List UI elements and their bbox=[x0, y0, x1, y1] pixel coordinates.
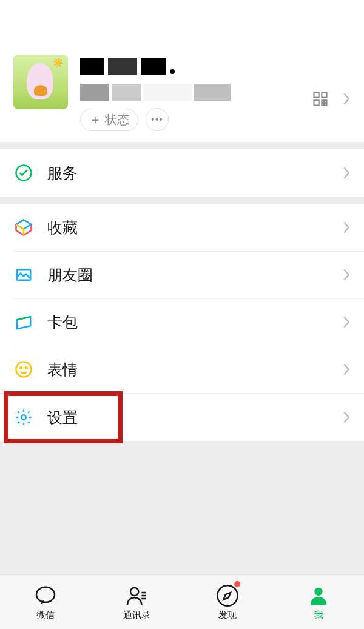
menu-item-favorites[interactable]: 收藏 bbox=[0, 204, 364, 251]
svg-point-13 bbox=[36, 587, 55, 602]
qrcode-icon[interactable] bbox=[312, 90, 329, 107]
svg-point-10 bbox=[20, 367, 22, 369]
menu-item-settings[interactable]: 设置 bbox=[0, 394, 364, 441]
svg-rect-5 bbox=[322, 103, 324, 106]
contacts-icon bbox=[124, 584, 149, 608]
svg-point-16 bbox=[314, 587, 322, 595]
menu-label: 表情 bbox=[47, 360, 342, 380]
chevron-right-icon bbox=[342, 221, 351, 234]
svg-point-15 bbox=[217, 585, 237, 605]
menu-item-services[interactable]: 服务 bbox=[0, 149, 364, 197]
menu-label: 朋友圈 bbox=[47, 265, 342, 285]
tab-chats[interactable]: 微信 bbox=[0, 575, 91, 629]
chevron-right-icon bbox=[342, 166, 351, 180]
settings-icon bbox=[13, 407, 34, 428]
favorites-icon bbox=[13, 217, 34, 238]
chevron-right-icon bbox=[342, 363, 351, 376]
plus-icon: ＋ bbox=[89, 112, 101, 128]
stickers-icon bbox=[13, 359, 34, 380]
svg-rect-0 bbox=[314, 93, 319, 98]
menu-label: 设置 bbox=[47, 408, 342, 428]
menu-label: 卡包 bbox=[47, 312, 342, 332]
chevron-right-icon bbox=[342, 315, 351, 329]
tab-label: 发现 bbox=[218, 610, 237, 621]
tab-bar: 微信 通讯录 发现 我 bbox=[0, 574, 364, 629]
tab-label: 我 bbox=[314, 610, 323, 621]
profile-name-redacted bbox=[80, 58, 306, 75]
svg-point-11 bbox=[25, 367, 27, 369]
menu-item-moments[interactable]: 朋友圈 bbox=[0, 251, 364, 298]
svg-rect-3 bbox=[322, 100, 324, 103]
cards-icon bbox=[13, 312, 34, 332]
moments-icon bbox=[13, 264, 34, 285]
svg-rect-4 bbox=[325, 103, 327, 106]
more-status-button[interactable]: ••• bbox=[146, 108, 169, 131]
menu-label: 收藏 bbox=[47, 218, 342, 238]
menu-item-stickers[interactable]: 表情 bbox=[0, 346, 364, 393]
svg-rect-6 bbox=[325, 100, 327, 103]
dots-icon: ••• bbox=[151, 114, 163, 125]
menu-label: 服务 bbox=[47, 163, 342, 183]
profile-header[interactable]: ☀️ ＋ 状态 ••• bbox=[0, 0, 364, 142]
status-button[interactable]: ＋ 状态 bbox=[80, 109, 138, 131]
profile-id-redacted bbox=[80, 84, 306, 101]
chevron-right-icon bbox=[342, 411, 351, 424]
svg-point-12 bbox=[21, 415, 26, 420]
svg-rect-2 bbox=[314, 100, 319, 105]
tab-contacts[interactable]: 通讯录 bbox=[91, 575, 182, 629]
chevron-right-icon bbox=[342, 92, 351, 106]
chevron-right-icon bbox=[342, 268, 351, 281]
notification-badge bbox=[233, 580, 241, 588]
chat-icon bbox=[33, 584, 58, 608]
svg-point-14 bbox=[130, 587, 138, 595]
tab-label: 通讯录 bbox=[123, 610, 150, 621]
avatar[interactable]: ☀️ bbox=[13, 55, 68, 109]
services-icon bbox=[13, 163, 34, 183]
svg-point-9 bbox=[16, 362, 32, 377]
tab-label: 微信 bbox=[36, 610, 55, 621]
status-label: 状态 bbox=[105, 112, 129, 128]
tab-discover[interactable]: 发现 bbox=[182, 575, 273, 629]
menu-item-cards[interactable]: 卡包 bbox=[0, 298, 364, 346]
svg-rect-1 bbox=[322, 93, 326, 98]
person-icon bbox=[306, 584, 331, 608]
tab-me[interactable]: 我 bbox=[273, 575, 364, 629]
